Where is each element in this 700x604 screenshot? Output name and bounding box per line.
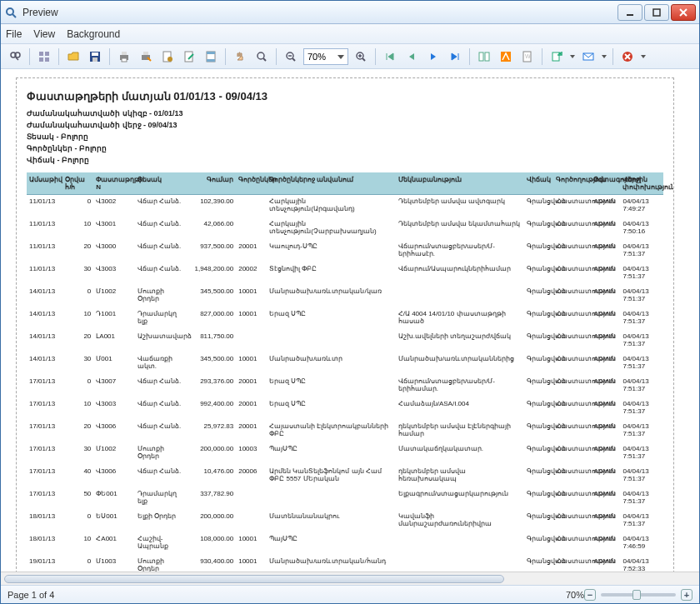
zoom-combobox[interactable]: 70% xyxy=(303,48,348,65)
table-cell: 14/01/13 xyxy=(27,352,62,375)
edit-page-icon[interactable] xyxy=(180,47,198,66)
table-cell: ADMIN xyxy=(591,555,620,572)
table-cell: 0 xyxy=(62,510,93,532)
table-cell: Մ1002 xyxy=(93,442,134,465)
table-cell: Հաստատություն xyxy=(553,217,591,240)
table-cell xyxy=(396,532,524,555)
table-cell: Վճար Հանձ. xyxy=(135,420,188,442)
menu-view[interactable]: View xyxy=(33,28,55,40)
table-cell xyxy=(396,555,524,572)
table-cell: Արմեն ԿանՏելեֆոնկոմ այն Համ ՓԲԸ 5557 ՄԵր… xyxy=(267,465,395,487)
table-cell: Գրանցված xyxy=(524,487,553,510)
table-cell: ADMIN xyxy=(591,217,620,240)
export-dropdown[interactable] xyxy=(569,47,576,66)
horizontal-scrollbar[interactable] xyxy=(1,572,699,585)
svg-point-22 xyxy=(168,57,172,62)
search-icon[interactable] xyxy=(6,47,24,66)
table-cell: Համաձայն/ASA/I.004 xyxy=(396,397,524,420)
email-dropdown[interactable] xyxy=(601,47,608,66)
print-icon[interactable] xyxy=(115,47,133,66)
svg-rect-11 xyxy=(39,57,43,62)
magnifier-icon[interactable] xyxy=(252,47,271,66)
scrollbar-thumb[interactable] xyxy=(4,575,504,583)
table-cell: 11/01/13 xyxy=(27,262,62,285)
report-title: Փաստաթղթերի մատյան 01/01/13 - 09/04/13 xyxy=(27,90,663,102)
maximize-button[interactable] xyxy=(644,4,669,21)
zoom-out-button[interactable]: − xyxy=(584,589,596,601)
multipage-icon[interactable] xyxy=(475,47,493,66)
save-icon[interactable] xyxy=(86,47,104,66)
zoom-slider[interactable] xyxy=(601,593,676,597)
table-cell: 20001 xyxy=(236,375,267,397)
table-cell: Վճար Հանձ. xyxy=(135,195,188,218)
exit-icon[interactable] xyxy=(618,47,637,66)
table-cell: 345,500.00 xyxy=(188,285,237,307)
table-cell: ADMIN xyxy=(591,442,620,465)
table-cell: 04/04/13 7:46:59 xyxy=(620,532,663,555)
table-cell: 102,390.00 xyxy=(188,195,237,218)
svg-line-35 xyxy=(362,58,365,61)
table-cell: Մատենանանակրու xyxy=(267,510,395,532)
table-cell xyxy=(267,330,395,352)
table-cell: 20001 xyxy=(236,240,267,262)
close-button[interactable] xyxy=(671,4,696,21)
header-footer-icon[interactable] xyxy=(202,47,220,66)
first-page-icon[interactable] xyxy=(381,47,399,66)
minimize-button[interactable] xyxy=(618,4,642,21)
page-setup-icon[interactable] xyxy=(158,47,177,66)
table-cell: Վճարում/ստացբեր/ասեր/Մ- երիհամար. xyxy=(396,375,524,397)
menu-file[interactable]: File xyxy=(6,28,22,40)
table-cell: 0 xyxy=(62,195,93,218)
zoom-out-icon[interactable] xyxy=(282,47,300,66)
email-icon[interactable] xyxy=(579,47,598,66)
table-cell xyxy=(236,330,267,352)
zoom-in-button[interactable]: + xyxy=(681,589,692,601)
table-cell: Հաստատություն xyxy=(553,262,591,285)
table-cell: ADMIN xyxy=(591,285,620,307)
zoom-slider-thumb[interactable] xyxy=(632,590,641,600)
table-cell: 42,066.00 xyxy=(188,217,237,240)
table-cell: 17/01/13 xyxy=(27,397,62,420)
report-page: Փաստաթղթերի մատյան 01/01/13 - 09/04/13 Ժ… xyxy=(16,77,674,572)
quick-print-icon[interactable] xyxy=(137,47,155,66)
table-cell: Հաստատություն xyxy=(553,397,591,420)
table-cell: 04/04/13 7:49:27 xyxy=(620,195,663,218)
report-meta-3: Տեսակ - Բոլորը xyxy=(27,131,663,142)
table-cell: դեկտեմբեր ամսվա հեռախոսակապ xyxy=(396,465,524,487)
table-cell: 04/04/13 7:51:37 xyxy=(620,240,663,262)
table-cell: Գրանցված xyxy=(524,330,553,352)
watermark-icon[interactable]: W xyxy=(518,47,537,66)
window-controls xyxy=(618,4,696,21)
table-cell: 20002 xyxy=(236,262,267,285)
svg-rect-36 xyxy=(479,52,483,61)
table-cell: ADMIN xyxy=(591,240,620,262)
table-cell: 10001 xyxy=(236,307,267,330)
thumbnails-icon[interactable] xyxy=(35,47,53,66)
table-cell: Կաուլուդ-ՍՊԸ xyxy=(267,240,395,262)
toolbar-overflow[interactable] xyxy=(640,47,647,66)
table-cell: 20 xyxy=(62,240,93,262)
hand-tool-icon[interactable] xyxy=(231,47,249,66)
table-cell: Գրանցված xyxy=(524,285,553,307)
last-page-icon[interactable] xyxy=(446,47,464,66)
table-cell: ADMIN xyxy=(591,510,620,532)
table-cell xyxy=(236,487,267,510)
next-page-icon[interactable] xyxy=(424,47,442,66)
table-cell: 930,400.00 xyxy=(188,555,237,572)
table-cell: 10 xyxy=(62,307,93,330)
table-cell: 10,476.00 xyxy=(188,465,237,487)
table-cell: 17/01/13 xyxy=(27,442,62,465)
prev-page-icon[interactable] xyxy=(402,47,421,66)
table-cell: Մանրածախ/առևտրական/կառ xyxy=(267,285,395,307)
color-icon[interactable] xyxy=(497,47,515,66)
open-icon[interactable] xyxy=(64,47,82,66)
table-cell xyxy=(267,487,395,510)
table-cell: ADMIN xyxy=(591,420,620,442)
export-icon[interactable] xyxy=(548,47,566,66)
table-cell: ADMIN xyxy=(591,487,620,510)
table-cell: 1,948,200.00 xyxy=(188,262,237,285)
menu-background[interactable]: Background xyxy=(67,28,120,40)
table-cell: Գրանցված xyxy=(524,420,553,442)
report-meta-2: Ժամանակահատվածի վերջ - 09/04/13 xyxy=(27,119,663,131)
zoom-in-icon[interactable] xyxy=(352,47,370,66)
